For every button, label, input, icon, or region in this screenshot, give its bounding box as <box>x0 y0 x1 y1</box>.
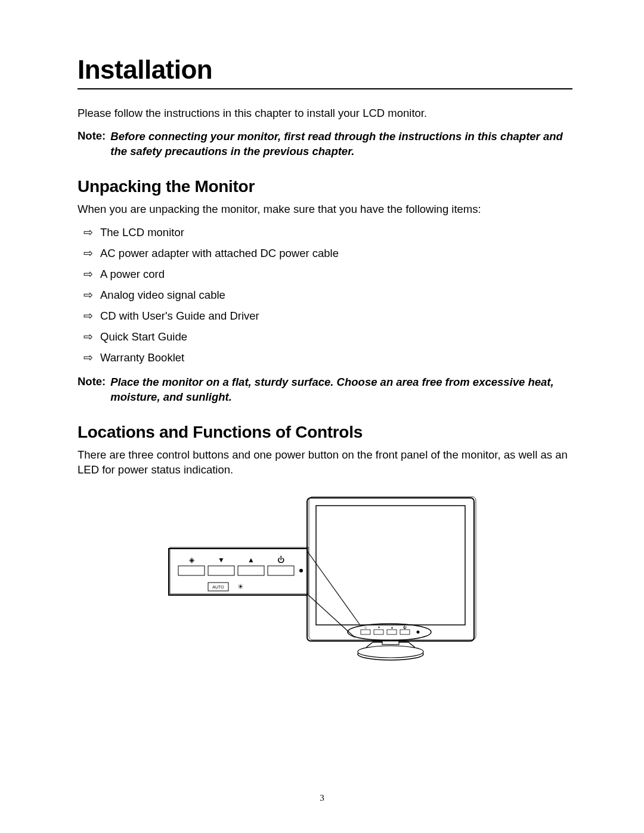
section-heading-unpacking: Unpacking the Monitor <box>78 177 572 196</box>
note-label: Note: <box>78 129 106 159</box>
menu-icon: ◈ <box>189 556 195 564</box>
controls-intro-paragraph: There are three control buttons and one … <box>78 448 572 478</box>
brightness-icon: ☀ <box>237 583 244 591</box>
svg-rect-2 <box>316 506 465 625</box>
svg-point-15 <box>358 646 423 658</box>
list-item: CD with User's Guide and Driver <box>100 309 572 324</box>
down-icon: ▼ <box>218 556 225 564</box>
svg-rect-19 <box>208 566 234 575</box>
svg-rect-20 <box>238 566 264 575</box>
list-item: A power cord <box>100 267 572 282</box>
page-title: Installation <box>78 55 572 85</box>
svg-rect-13 <box>382 641 399 645</box>
list-item: Analog video signal cable <box>100 288 572 303</box>
intro-paragraph: Please follow the instructions in this c… <box>78 106 572 121</box>
list-item: AC power adapter with attached DC power … <box>100 246 572 261</box>
unpacking-intro-paragraph: When you are unpacking the monitor, make… <box>78 202 572 217</box>
up-icon: ▲ <box>247 556 255 564</box>
list-item: Quick Start Guide <box>100 330 572 345</box>
list-item: Warranty Booklet <box>100 351 572 366</box>
section-heading-controls: Locations and Functions of Controls <box>78 423 572 442</box>
svg-rect-4 <box>374 630 383 634</box>
title-rule <box>78 88 572 89</box>
auto-label: AUTO <box>212 585 224 589</box>
svg-text:⏻: ⏻ <box>403 625 407 629</box>
svg-text:▾: ▾ <box>378 625 380 629</box>
note-label: Note: <box>78 375 106 405</box>
svg-point-7 <box>417 630 419 633</box>
svg-rect-21 <box>268 566 294 575</box>
note-2: Note: Place the monitor on a flat, sturd… <box>78 375 572 405</box>
page-number: 3 <box>0 793 644 803</box>
controls-figure: ◇ ▾ ▴ ⏻ <box>164 492 486 665</box>
unpacking-list: The LCD monitor AC power adapter with at… <box>78 225 572 366</box>
note-body: Place the monitor on a flat, sturdy surf… <box>110 375 572 405</box>
list-item: The LCD monitor <box>100 225 572 240</box>
power-icon: ⏻ <box>277 556 284 564</box>
svg-rect-18 <box>178 566 205 575</box>
note-1: Note: Before connecting your monitor, fi… <box>78 129 572 159</box>
monitor-illustration: ◇ ▾ ▴ ⏻ <box>164 492 486 665</box>
svg-text:◇: ◇ <box>364 625 367 629</box>
svg-point-22 <box>299 569 303 572</box>
svg-text:▴: ▴ <box>391 625 393 629</box>
svg-rect-3 <box>361 630 370 634</box>
svg-rect-5 <box>387 630 397 634</box>
svg-rect-6 <box>400 630 410 634</box>
note-body: Before connecting your monitor, first re… <box>110 129 572 159</box>
document-page: Installation Please follow the instructi… <box>0 0 644 833</box>
